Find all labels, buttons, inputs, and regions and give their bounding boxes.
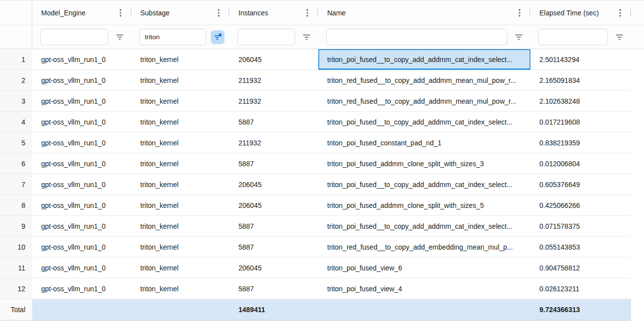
table-row: 12 gpt-oss_vllm_run1_0 triton_kernel 588… <box>0 278 644 299</box>
cell-elapsed-time[interactable]: 0.017219608 <box>530 112 631 132</box>
filter-cell-instances <box>230 25 318 49</box>
cell-model-engine[interactable]: gpt-oss_vllm_run1_0 <box>32 258 131 278</box>
cell-substage[interactable]: triton_kernel <box>131 70 230 91</box>
cell-name[interactable]: triton_red_fused__to_copy_add_addmm_mean… <box>318 91 530 112</box>
total-row-label: Total <box>0 299 32 321</box>
cell-instances[interactable]: 5887 <box>230 112 318 132</box>
filter-input-instances[interactable] <box>237 29 295 45</box>
cell-model-engine[interactable]: gpt-oss_vllm_run1_0 <box>32 216 131 237</box>
column-menu-button[interactable] <box>214 8 223 17</box>
cell-name[interactable]: triton_red_fused__to_copy_add_embedding_… <box>318 237 530 258</box>
column-menu-button[interactable] <box>303 8 312 17</box>
cell-elapsed-time[interactable]: 0.012006804 <box>530 153 631 174</box>
table-row: 2 gpt-oss_vllm_run1_0 triton_kernel 2119… <box>0 70 644 91</box>
row-number: 1 <box>0 49 32 70</box>
column-menu-button[interactable] <box>616 8 625 17</box>
cell-model-engine[interactable]: gpt-oss_vllm_run1_0 <box>32 91 131 112</box>
cell-instances[interactable]: 206045 <box>230 49 318 70</box>
cell-model-engine[interactable]: gpt-oss_vllm_run1_0 <box>32 153 131 174</box>
cell-substage[interactable]: triton_kernel <box>131 195 230 216</box>
cell-instances[interactable]: 5887 <box>230 153 318 174</box>
cell-name[interactable]: triton_poi_fused__to_copy_add_addmm_cat_… <box>318 216 530 237</box>
cell-substage[interactable]: triton_kernel <box>131 49 230 70</box>
cell-instances[interactable]: 5887 <box>230 278 318 299</box>
cell-substage[interactable]: triton_kernel <box>131 153 230 174</box>
row-number: 12 <box>0 278 32 299</box>
column-header-name[interactable]: Name <box>318 0 530 25</box>
cell-substage[interactable]: triton_kernel <box>131 216 230 237</box>
cell-substage[interactable]: triton_kernel <box>131 258 230 278</box>
cell-substage[interactable]: triton_kernel <box>131 278 230 299</box>
cell-substage[interactable]: triton_kernel <box>131 174 230 195</box>
filter-button-substage-active[interactable] <box>211 30 225 44</box>
filter-input-elapsed-time[interactable] <box>538 29 608 45</box>
filter-button-model-engine[interactable] <box>113 30 126 44</box>
cell-substage[interactable]: triton_kernel <box>131 132 230 153</box>
row-number: 3 <box>0 91 32 112</box>
cell-elapsed-time[interactable]: 0.071578375 <box>530 216 631 237</box>
table-row: 5 gpt-oss_vllm_run1_0 triton_kernel 2119… <box>0 132 644 153</box>
cell-instances[interactable]: 206045 <box>230 174 318 195</box>
cell-elapsed-time[interactable]: 2.501143294 <box>530 49 631 70</box>
filter-icon <box>303 34 310 40</box>
cell-model-engine[interactable]: gpt-oss_vllm_run1_0 <box>32 237 131 258</box>
column-header-instances[interactable]: Instances <box>230 0 318 25</box>
column-menu-button[interactable] <box>116 8 125 17</box>
cell-elapsed-time[interactable]: 0.425066266 <box>530 195 631 216</box>
filter-input-substage[interactable] <box>139 29 206 45</box>
filter-input-name[interactable] <box>326 29 507 45</box>
cell-instances[interactable]: 211932 <box>230 91 318 112</box>
column-header-elapsed-time[interactable]: Elapsed Time (sec) <box>530 0 631 25</box>
cell-name-selected[interactable]: triton_poi_fused__to_copy_add_addmm_cat_… <box>318 49 530 70</box>
cell-model-engine[interactable]: gpt-oss_vllm_run1_0 <box>32 49 131 70</box>
filter-button-elapsed-time[interactable] <box>612 30 626 44</box>
cell-model-engine[interactable]: gpt-oss_vllm_run1_0 <box>32 195 131 216</box>
filter-cell-name <box>318 25 530 49</box>
cell-model-engine[interactable]: gpt-oss_vllm_run1_0 <box>32 70 131 91</box>
kebab-menu-icon <box>519 9 521 17</box>
filter-input-model-engine[interactable] <box>40 29 108 45</box>
table-row: 6 gpt-oss_vllm_run1_0 triton_kernel 5887… <box>0 153 644 174</box>
table-row: 4 gpt-oss_vllm_run1_0 triton_kernel 5887… <box>0 112 644 132</box>
cell-model-engine[interactable]: gpt-oss_vllm_run1_0 <box>32 174 131 195</box>
cell-elapsed-time[interactable]: 0.838219359 <box>530 132 631 153</box>
cell-instances[interactable]: 211932 <box>230 132 318 153</box>
table-row: 11 gpt-oss_vllm_run1_0 triton_kernel 206… <box>0 258 644 278</box>
cell-name[interactable]: triton_poi_fused_addmm_clone_split_with_… <box>318 153 530 174</box>
cell-model-engine[interactable]: gpt-oss_vllm_run1_0 <box>32 112 131 132</box>
cell-elapsed-time[interactable]: 0.026123211 <box>530 278 631 299</box>
cell-elapsed-time[interactable]: 2.165091834 <box>530 70 631 91</box>
cell-name[interactable]: triton_poi_fused_view_6 <box>318 258 530 278</box>
row-number: 9 <box>0 216 32 237</box>
kebab-menu-icon <box>306 9 308 17</box>
cell-elapsed-time[interactable]: 0.605376649 <box>530 174 631 195</box>
cell-substage[interactable]: triton_kernel <box>131 91 230 112</box>
column-label: Instances <box>238 9 268 17</box>
cell-instances[interactable]: 211932 <box>230 70 318 91</box>
cell-instances[interactable]: 5887 <box>230 216 318 237</box>
cell-instances[interactable]: 206045 <box>230 258 318 278</box>
filter-button-instances[interactable] <box>299 30 313 44</box>
cell-name[interactable]: triton_poi_fused_constant_pad_nd_1 <box>318 132 530 153</box>
cell-model-engine[interactable]: gpt-oss_vllm_run1_0 <box>32 278 131 299</box>
header-filler <box>631 0 644 25</box>
cell-elapsed-time[interactable]: 0.904758812 <box>530 258 631 278</box>
cell-instances[interactable]: 5887 <box>230 237 318 258</box>
cell-name[interactable]: triton_poi_fused__to_copy_add_addmm_cat_… <box>318 112 530 132</box>
cell-name[interactable]: triton_red_fused__to_copy_add_addmm_mean… <box>318 70 530 91</box>
table-row: 10 gpt-oss_vllm_run1_0 triton_kernel 588… <box>0 237 644 258</box>
kebab-menu-icon <box>119 9 121 17</box>
filter-button-name[interactable] <box>512 30 526 44</box>
cell-name[interactable]: triton_poi_fused_view_4 <box>318 278 530 299</box>
cell-instances[interactable]: 206045 <box>230 195 318 216</box>
cell-elapsed-time[interactable]: 0.055143853 <box>530 237 631 258</box>
cell-substage[interactable]: triton_kernel <box>131 112 230 132</box>
cell-name[interactable]: triton_poi_fused_addmm_clone_split_with_… <box>318 195 530 216</box>
column-header-substage[interactable]: Substage <box>131 0 230 25</box>
cell-elapsed-time[interactable]: 2.102638248 <box>530 91 631 112</box>
cell-model-engine[interactable]: gpt-oss_vllm_run1_0 <box>32 132 131 153</box>
cell-name[interactable]: triton_poi_fused__to_copy_add_addmm_cat_… <box>318 174 530 195</box>
column-header-model-engine[interactable]: Model_Engine <box>32 0 131 25</box>
cell-substage[interactable]: triton_kernel <box>131 237 230 258</box>
column-menu-button[interactable] <box>515 8 524 17</box>
